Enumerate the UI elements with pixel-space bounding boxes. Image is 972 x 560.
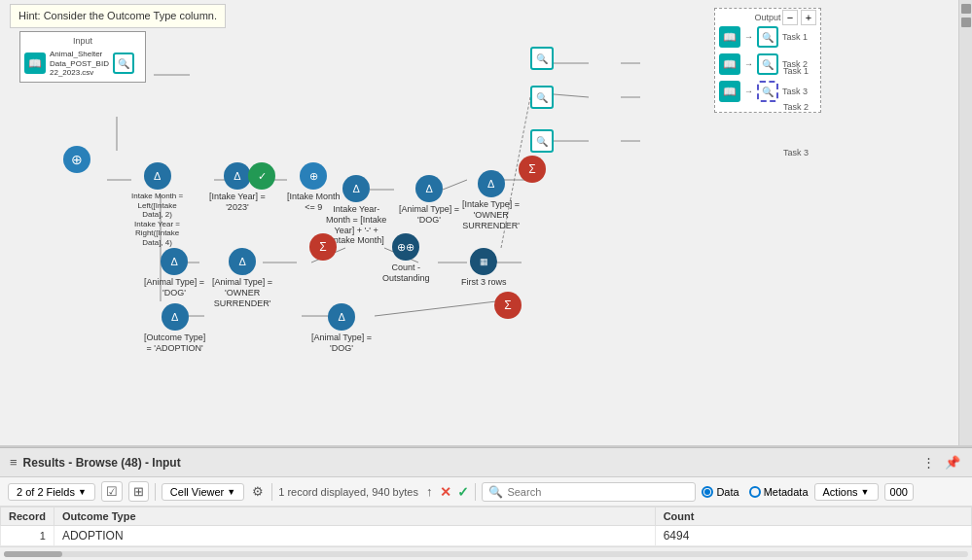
- browse-icon-out2[interactable]: 🔍: [530, 86, 554, 109]
- task-3-row: 📖 → 🔍 Task 3: [719, 81, 816, 102]
- task1-text: Task 1: [783, 66, 809, 76]
- task3-label: Task 3: [782, 87, 808, 96]
- table-row: 1 ADOPTION 6494: [1, 526, 972, 546]
- task2-book-icon[interactable]: 📖: [719, 53, 740, 75]
- right-panel: [958, 0, 972, 445]
- input-box-title: Input: [24, 36, 141, 46]
- record-info: 1 record displayed, 940 bytes: [278, 486, 418, 498]
- task2-browse-icon[interactable]: 🔍: [757, 53, 778, 75]
- node-check1[interactable]: ✓: [248, 162, 275, 190]
- canvas-area: Hint: Consider the Outcome Type column.: [0, 0, 972, 447]
- scroll-up-btn[interactable]: ↑: [424, 482, 435, 501]
- task3-dashed-icon[interactable]: 🔍: [757, 81, 778, 102]
- node-filter-intake-month[interactable]: Δ Intake Month =Left([IntakeData], 2)Int…: [131, 162, 183, 248]
- node-summarize2[interactable]: Σ: [309, 233, 337, 261]
- node-summarize1[interactable]: Σ: [519, 156, 546, 183]
- table-icon[interactable]: ⊞: [128, 481, 149, 502]
- browse-icon-out3[interactable]: 🔍: [530, 129, 554, 153]
- task1-book-icon[interactable]: 📖: [719, 26, 740, 48]
- results-toolbar: 2 of 2 Fields ▼ ☑ ⊞ Cell Viewer ▼ ⚙ 1 re…: [0, 477, 972, 507]
- results-table: Record Outcome Type Count 1 ADOPTION 649…: [0, 507, 972, 546]
- task3-text: Task 3: [783, 148, 809, 158]
- confirm-btn[interactable]: ✓: [457, 484, 469, 500]
- results-table-container: Record Outcome Type Count 1 ADOPTION 649…: [0, 507, 972, 546]
- results-pin-btn[interactable]: 📌: [943, 453, 962, 472]
- cell-count: 6494: [655, 526, 971, 546]
- panel-icon-2[interactable]: [961, 18, 971, 27]
- col-record: Record: [1, 508, 54, 526]
- cell-viewer-dropdown[interactable]: Cell Viewer ▼: [162, 483, 244, 501]
- scrollbar-thumb[interactable]: [4, 551, 62, 557]
- node-animal-type-dog[interactable]: Δ [Animal Type] ='DOG': [399, 175, 459, 226]
- separator-2: [271, 483, 272, 501]
- overflow-btn[interactable]: 000: [884, 483, 914, 501]
- browse-icon-out1[interactable]: 🔍: [530, 47, 554, 70]
- metadata-radio[interactable]: Metadata: [749, 486, 809, 498]
- task1-browse-icon[interactable]: 🔍: [757, 26, 778, 48]
- bottom-scrollbar[interactable]: [0, 546, 972, 560]
- checkbox-icon[interactable]: ☑: [101, 481, 123, 502]
- svg-line-23: [375, 301, 496, 316]
- separator-3: [475, 483, 476, 501]
- table-header-row: Record Outcome Type Count: [1, 508, 972, 526]
- results-panel: ≡ Results - Browse (48) - Input ⋮ 📌 2 of…: [0, 447, 972, 560]
- node-outcome-adoption[interactable]: Δ [Outcome Type]= 'ADOPTION': [144, 303, 205, 354]
- fields-chevron-icon: ▼: [78, 487, 87, 497]
- node-owner-surrender2[interactable]: Δ [Animal Type] ='OWNERSURRENDER': [212, 248, 272, 308]
- node-first3rows[interactable]: ▦ First 3 rows: [461, 248, 507, 288]
- cancel-btn[interactable]: ✕: [440, 484, 451, 500]
- results-header: ≡ Results - Browse (48) - Input ⋮ 📌: [0, 448, 972, 477]
- book-icon[interactable]: 📖: [24, 52, 46, 74]
- task-1-row: 📖 → 🔍 Task 1: [719, 26, 816, 48]
- node-animal-dog3[interactable]: Δ [Animal Type] ='DOG': [311, 303, 372, 354]
- search-icon: 🔍: [488, 485, 503, 499]
- node-formula1[interactable]: ⊕: [63, 146, 90, 173]
- node-summarize3[interactable]: Σ: [494, 292, 522, 319]
- node-intake-type-owner[interactable]: Δ [Intake Type] ='OWNERSURRENDER': [462, 170, 520, 230]
- task1-label: Task 1: [782, 32, 808, 42]
- output-zoom-controls: − +: [782, 10, 816, 25]
- cell-record: 1: [1, 526, 54, 546]
- node-join[interactable]: ⊕⊕ Count -Outstanding: [382, 233, 430, 284]
- scrollbar-track: [4, 551, 968, 557]
- search-container: 🔍: [482, 482, 696, 502]
- search-input[interactable]: [507, 486, 689, 498]
- input-box-content: 📖 Animal_ShelterData_POST_BID22_2023.csv…: [24, 50, 141, 78]
- cell-viewer-chevron-icon: ▼: [227, 487, 235, 497]
- metadata-radio-circle: [749, 486, 761, 498]
- actions-chevron-icon: ▼: [861, 487, 870, 497]
- file-label: Animal_ShelterData_POST_BID22_2023.csv: [50, 50, 109, 78]
- task2-text: Task 2: [783, 102, 809, 112]
- actions-dropdown[interactable]: Actions ▼: [814, 483, 879, 501]
- zoom-in-btn[interactable]: +: [801, 10, 816, 25]
- col-outcome-type: Outcome Type: [54, 508, 655, 526]
- data-radio-circle: [702, 486, 713, 498]
- separator-1: [155, 483, 156, 501]
- input-box: Input 📖 Animal_ShelterData_POST_BID22_20…: [19, 31, 146, 83]
- panel-icon-1[interactable]: [961, 4, 971, 14]
- zoom-out-btn[interactable]: −: [782, 10, 798, 25]
- node-animal-dog2[interactable]: Δ [Animal Type] ='DOG': [144, 248, 204, 298]
- hint-box: Hint: Consider the Outcome Type column.: [10, 4, 226, 28]
- col-count: Count: [655, 508, 971, 526]
- data-radio[interactable]: Data: [702, 486, 738, 498]
- browse-icon-input[interactable]: 🔍: [113, 52, 134, 74]
- results-menu-btn[interactable]: ⋮: [920, 453, 937, 472]
- task3-book-icon[interactable]: 📖: [719, 81, 740, 102]
- results-icon: ≡: [10, 455, 18, 470]
- fields-dropdown[interactable]: 2 of 2 Fields ▼: [8, 483, 95, 501]
- results-title: Results - Browse (48) - Input: [23, 456, 181, 470]
- cell-outcome-type: ADOPTION: [54, 526, 655, 546]
- radio-group: Data Metadata: [702, 486, 808, 498]
- settings-icon[interactable]: ⚙: [250, 482, 266, 501]
